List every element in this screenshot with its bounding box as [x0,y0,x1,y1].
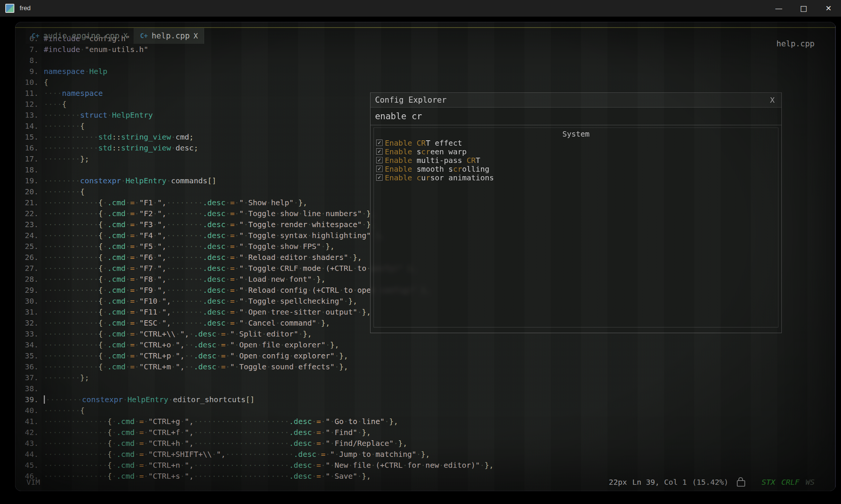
line-number: 22 [15,208,38,219]
config-option-label: Enable smooth scrolling [385,164,489,174]
line-number: 34 [15,340,38,350]
screen-right-border [835,22,836,491]
config-option-row[interactable]: ✓Enable smooth scrolling [374,164,778,173]
line-number: 25 [15,241,38,252]
code-line-44[interactable]: 44··············{·.cmd·=·"CTRL+SHIFT+\\·… [15,449,836,460]
line-number: 10 [15,77,38,88]
code-line-36[interactable]: 36············{·.cmd·=·"CTRL+m·",··.desc… [15,361,836,372]
scroll-percent-label: (15.42%) [692,478,728,487]
checkbox-checked-icon[interactable]: ✓ [376,148,383,155]
checkbox-checked-icon[interactable]: ✓ [376,157,383,163]
tab-close-button[interactable]: X [194,32,198,40]
config-search-input[interactable]: enable cr [371,108,781,125]
tab-close-button[interactable]: X [123,32,128,40]
config-option-label: Enable cursor animations [385,173,494,182]
line-number: 8 [15,55,38,66]
tab-bar: C+audio-engine.cppXC+help.cppX [15,28,836,44]
code-line-8[interactable]: 8 [15,55,836,66]
config-section-header: System [374,129,778,138]
config-option-label: Enable screen warp [385,147,467,156]
code-line-40[interactable]: 40········{ [15,405,836,416]
line-number: 40 [15,405,38,416]
code-line-38[interactable]: 38 [15,383,836,394]
tab-audio-engine.cpp[interactable]: C+audio-engine.cppX [26,28,134,44]
line-number: 45 [15,460,38,471]
line-number: 30 [15,296,38,307]
os-titlebar: fred —□✕ [0,0,841,17]
code-line-43[interactable]: 43··············{·.cmd·=·"CTRL+h·",·····… [15,438,836,449]
line-number: 15 [15,132,38,143]
popup-close-button[interactable]: X [768,95,777,104]
line-number: 11 [15,88,38,99]
config-option-row[interactable]: ✓Enable screen warp [374,147,778,156]
line-number: 24 [15,230,38,241]
line-number: 7 [15,44,38,55]
line-number: 17 [15,154,38,164]
eol-indicator-stx: STX [762,478,775,487]
line-number: 32 [15,318,38,329]
line-number: 38 [15,383,38,394]
code-line-39[interactable]: 39········constexpr·HelpEntry·editor_sho… [15,394,836,405]
screen-top-border [15,27,836,28]
code-line-34[interactable]: 34············{·.cmd·=·"CTRL+o·",··.desc… [15,340,836,350]
tab-help.cpp[interactable]: C+help.cppX [134,28,204,44]
line-number: 44 [15,449,38,460]
line-number: 43 [15,438,38,449]
popup-title-label: Config Explorer [375,95,447,104]
config-option-row[interactable]: ✓Enable CRT effect [374,138,778,147]
line-number: 39 [15,394,38,405]
window-controls: —□✕ [766,0,841,17]
code-line-45[interactable]: 45··············{·.cmd·=·"CTRL+n·",·····… [15,460,836,471]
config-option-row[interactable]: ✓Enable cursor animations [374,173,778,182]
line-number: 37 [15,372,38,383]
minimize-button[interactable]: — [766,0,791,17]
line-number: 13 [15,110,38,121]
code-line-7[interactable]: 7#include·"enum-utils.h" [15,44,836,55]
editor-mode-label: VIM [26,478,40,487]
cpp-file-icon: C+ [140,32,148,40]
code-line-35[interactable]: 35············{·.cmd·=·"CTRL+p·",··.desc… [15,350,836,361]
app-icon [5,4,14,13]
tab-label: help.cpp [152,31,190,40]
eol-indicator-ws: WS [806,478,815,487]
config-option-row[interactable]: ✓Enable multi-pass CRT [374,156,778,164]
config-explorer-popup: Config Explorer X enable cr System ✓Enab… [370,92,782,333]
line-number: 9 [15,66,38,77]
line-number: 31 [15,307,38,318]
line-number: 33 [15,329,38,340]
checkbox-checked-icon[interactable]: ✓ [376,140,383,146]
font-size-label: 22px [609,478,627,487]
line-number: 36 [15,361,38,372]
line-number: 14 [15,121,38,132]
line-number: 19 [15,175,38,186]
line-number: 23 [15,219,38,230]
line-number: 28 [15,274,38,285]
code-line-41[interactable]: 41··············{·.cmd·=·"CTRL+g·",·····… [15,416,836,427]
window-title: fred [20,5,31,12]
line-number: 20 [15,186,38,197]
line-number: 41 [15,416,38,427]
config-option-label: Enable CRT effect [385,138,462,148]
code-line-37[interactable]: 37········}; [15,372,836,383]
eol-indicator-crlf: CRLF [781,478,799,487]
line-number: 26 [15,252,38,263]
maximize-button[interactable]: □ [791,0,816,17]
code-line-9[interactable]: 9namespace·Help [15,66,836,77]
close-button[interactable]: ✕ [816,0,841,17]
cpp-file-icon: C+ [32,32,39,40]
line-number: 12 [15,99,38,110]
checkbox-checked-icon[interactable]: ✓ [376,166,383,172]
crt-screen: 6#include·"config.h"7#include·"enum-util… [15,22,836,491]
line-number: 42 [15,427,38,438]
cursor-position-label: Ln 39, Col 1 [632,478,687,487]
status-bar: VIM 22px Ln 39, Col 1 (15.42%) STXCRLFWS [15,476,836,488]
checkbox-checked-icon[interactable]: ✓ [376,174,383,181]
config-list-panel: System ✓Enable CRT effect✓Enable screen … [374,128,778,327]
text-cursor [44,395,45,404]
popup-titlebar[interactable]: Config Explorer X [371,93,781,108]
code-line-10[interactable]: 10{ [15,77,836,88]
line-number: 21 [15,197,38,208]
line-number: 16 [15,143,38,154]
lock-icon [737,480,745,487]
code-line-42[interactable]: 42··············{·.cmd·=·"CTRL+f·",·····… [15,427,836,438]
